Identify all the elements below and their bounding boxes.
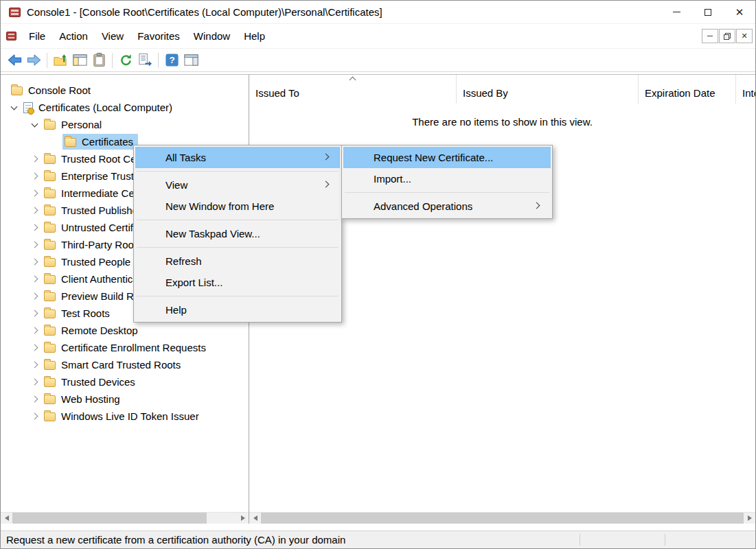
tree-item-console-root[interactable]: Console Root: [1, 82, 249, 99]
chevron-closed-icon[interactable]: [30, 205, 42, 217]
scroll-left-button[interactable]: [1, 513, 12, 524]
scroll-thumb[interactable]: [12, 513, 207, 524]
close-button[interactable]: ✕: [724, 1, 755, 23]
tree-item-certificate-enrollment-requests[interactable]: Certificate Enrollment Requests: [1, 339, 249, 356]
back-button[interactable]: [5, 51, 24, 70]
chevron-closed-icon[interactable]: [30, 239, 42, 251]
menubar-item-favorites[interactable]: Favorites: [130, 26, 187, 46]
column-header-label: Expiration Date: [645, 87, 715, 99]
menu-item-label: Help: [165, 304, 187, 316]
menu-item-new-window-from-here[interactable]: New Window from Here: [135, 196, 340, 217]
menu-item-view[interactable]: View: [135, 174, 340, 196]
folder-icon: [44, 361, 56, 370]
folder-icon: [44, 412, 56, 421]
tree-item-content: Certificate Enrollment Requests: [42, 340, 211, 355]
submenu-arrow-icon: [323, 153, 330, 160]
tree-item-certificates-local-computer[interactable]: Certificates (Local Computer): [1, 99, 249, 116]
tree-item-windows-live-id-token-issuer[interactable]: Windows Live ID Token Issuer: [1, 408, 249, 425]
show-hide-console-tree-button[interactable]: [70, 51, 89, 70]
child-window-controls: ✕: [702, 29, 753, 43]
certstore-icon: [23, 102, 33, 113]
child-close-icon: ✕: [741, 32, 747, 40]
show-hide-action-pane-button[interactable]: [181, 51, 201, 70]
menu-item-import[interactable]: Import...: [343, 168, 551, 189]
list-header: Issued ToIssued ByExpiration DateIntende…: [249, 75, 755, 104]
chevron-closed-icon[interactable]: [30, 410, 42, 423]
export-list-button[interactable]: [135, 51, 154, 70]
chevron-closed-icon[interactable]: [30, 273, 42, 285]
forward-button[interactable]: [24, 51, 43, 70]
chevron-closed-icon[interactable]: [30, 325, 42, 337]
scroll-thumb[interactable]: [261, 513, 744, 524]
menubar-item-view[interactable]: View: [95, 26, 130, 46]
tree-item-content: Remote Desktop: [42, 323, 143, 338]
scroll-right-button[interactable]: [237, 513, 249, 524]
tree-item-remote-desktop[interactable]: Remote Desktop: [1, 322, 249, 339]
submenu-arrow-icon: [323, 180, 330, 187]
menu-item-advanced-operations[interactable]: Advanced Operations: [343, 196, 551, 217]
toolbar-separator: [112, 53, 113, 68]
menu-item-refresh[interactable]: Refresh: [135, 250, 340, 272]
up-level-button[interactable]: [51, 51, 70, 70]
folder-icon: [44, 155, 56, 164]
chevron-closed-icon[interactable]: [30, 290, 42, 303]
tree-item-personal[interactable]: Personal: [1, 116, 249, 133]
chevron-closed-icon[interactable]: [30, 342, 42, 354]
column-header-issued-to[interactable]: Issued To: [249, 75, 457, 104]
menu-separator: [137, 247, 339, 248]
paste-button[interactable]: [89, 51, 108, 70]
tree-item-label: Certificates: [80, 135, 135, 148]
menu-item-all-tasks[interactable]: All Tasks: [135, 147, 340, 168]
titlebar[interactable]: Console1 - [Console Root\Certificates (L…: [1, 1, 755, 24]
chevron-closed-icon[interactable]: [30, 256, 42, 268]
scroll-left-button[interactable]: [249, 513, 261, 524]
menu-item-label: Export List...: [165, 277, 222, 288]
column-header-issued-by[interactable]: Issued By: [457, 75, 639, 104]
folder-icon: [44, 395, 56, 404]
chevron-closed-icon[interactable]: [30, 153, 42, 165]
tree-item-smart-card-trusted-roots[interactable]: Smart Card Trusted Roots: [1, 356, 249, 373]
tree-item-web-hosting[interactable]: Web Hosting: [1, 390, 249, 408]
menubar-item-window[interactable]: Window: [187, 26, 237, 46]
child-restore-button[interactable]: [719, 29, 735, 43]
minimize-button[interactable]: [661, 1, 692, 23]
menu-item-new-taskpad-view[interactable]: New Taskpad View...: [135, 223, 340, 244]
chevron-closed-icon[interactable]: [30, 376, 42, 388]
chevron-open-icon[interactable]: [30, 119, 42, 131]
scroll-right-button[interactable]: [744, 513, 755, 524]
titlebar-controls: ✕: [661, 1, 755, 23]
chevron-closed-icon[interactable]: [30, 307, 42, 320]
refresh-button[interactable]: [116, 51, 135, 70]
console-document-icon: [6, 32, 16, 40]
menubar-item-action[interactable]: Action: [52, 26, 95, 46]
tree-item-trusted-devices[interactable]: Trusted Devices: [1, 373, 249, 390]
column-header-intended-purposes[interactable]: Intended Purposes: [736, 75, 755, 104]
menubar-item-file[interactable]: File: [22, 26, 52, 46]
tree-item-label: Enterprise Trust: [60, 170, 135, 183]
tree-item-label: Test Roots: [60, 307, 111, 320]
child-restore-icon: [724, 33, 731, 40]
menu-separator: [137, 220, 339, 220]
chevron-closed-icon[interactable]: [30, 393, 42, 406]
menu-item-label: View: [165, 179, 187, 191]
chevron-closed-icon[interactable]: [30, 222, 42, 234]
menu-item-request-new-certificate[interactable]: Request New Certificate...: [343, 147, 551, 168]
menu-item-export-list[interactable]: Export List...: [135, 272, 340, 293]
maximize-button[interactable]: [692, 1, 724, 23]
tree-horizontal-scrollbar[interactable]: [1, 512, 249, 524]
chevron-closed-icon[interactable]: [30, 170, 42, 183]
chevron-closed-icon[interactable]: [30, 187, 42, 200]
tree-item-label: Certificate Enrollment Requests: [60, 341, 207, 354]
chevron-open-icon[interactable]: [9, 102, 21, 114]
column-header-expiration-date[interactable]: Expiration Date: [639, 75, 736, 104]
scroll-right-icon: [748, 515, 752, 521]
close-icon: ✕: [735, 7, 744, 17]
child-minimize-button[interactable]: [702, 29, 718, 43]
menu-item-help[interactable]: Help: [135, 299, 340, 320]
chevron-closed-icon[interactable]: [30, 359, 42, 371]
child-close-button[interactable]: ✕: [736, 29, 753, 43]
menubar-item-help[interactable]: Help: [237, 26, 272, 46]
help-button[interactable]: ?: [162, 51, 181, 70]
list-horizontal-scrollbar[interactable]: [249, 512, 755, 524]
sort-ascending-icon: [349, 77, 356, 84]
